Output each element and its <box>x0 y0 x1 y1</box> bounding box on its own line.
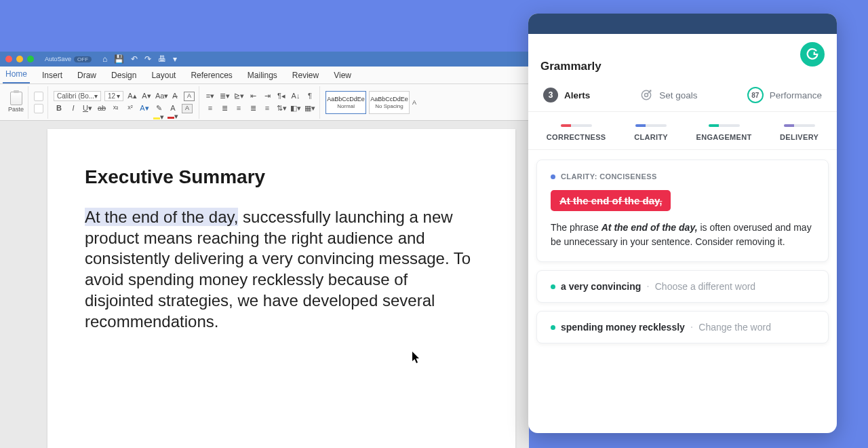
sort-icon[interactable]: A↓ <box>290 92 301 101</box>
suggestion-card[interactable]: a very convincing · Choose a different w… <box>536 270 829 303</box>
close-window-icon[interactable] <box>5 56 12 62</box>
bold-icon[interactable]: B <box>54 104 64 113</box>
qat-dropdown-icon[interactable]: ▾ <box>173 54 177 64</box>
autosave-toggle[interactable]: AutoSave OFF <box>45 56 92 62</box>
remove-phrase-chip[interactable]: At the end of the day, <box>551 190 671 211</box>
tab-design[interactable]: Design <box>108 67 139 83</box>
font-name-select[interactable]: Calibri (Bo...▾ <box>54 91 101 101</box>
autosave-state: OFF <box>74 56 92 62</box>
autosave-label: AutoSave <box>45 56 71 62</box>
style-normal[interactable]: AaBbCcDdEe Normal <box>326 91 366 114</box>
font-color-icon[interactable]: A▾ <box>167 104 178 113</box>
bullets-icon[interactable]: ≡▾ <box>205 92 216 101</box>
goals-label: Set goals <box>659 90 697 100</box>
cat-engagement[interactable]: ENGAGEMENT <box>696 124 752 141</box>
cat-delivery[interactable]: DELIVERY <box>780 124 818 141</box>
styles-group: AaBbCcDdEe Normal AaBbCcDdEe No Spacing … <box>321 86 420 119</box>
document-page[interactable]: Executive Summary At the end of the day,… <box>47 129 515 448</box>
align-right-icon[interactable]: ≡ <box>233 104 244 113</box>
numbering-icon[interactable]: ≣▾ <box>219 92 230 101</box>
multilevel-icon[interactable]: ⊵▾ <box>233 92 244 101</box>
borders-icon[interactable]: ▦▾ <box>304 104 315 113</box>
strike-icon[interactable]: ab <box>96 104 107 113</box>
style-no-spacing[interactable]: AaBbCcDdEe No Spacing <box>369 91 410 114</box>
outdent-icon[interactable]: ⇤ <box>248 92 258 101</box>
subscript-icon[interactable]: x₂ <box>111 104 121 113</box>
card-category-tag: CLARITY: CONCISENESS <box>551 172 814 181</box>
char-shading-icon[interactable]: A <box>182 104 193 113</box>
suggestion-card[interactable]: CLARITY: CONCISENESS At the end of the d… <box>536 160 829 262</box>
suggestion-hint: Choose a different word <box>655 281 755 292</box>
tab-view[interactable]: View <box>331 67 354 83</box>
tab-performance[interactable]: 87 Performance <box>747 87 822 103</box>
body-text: successfully launching a new product mea… <box>85 208 471 331</box>
ltr-icon[interactable]: ¶◂ <box>276 92 287 101</box>
justify-icon[interactable]: ≣ <box>248 104 258 113</box>
flagged-text: spending money recklessly <box>561 322 685 333</box>
tab-draw[interactable]: Draw <box>75 67 99 83</box>
save-icon[interactable]: 💾 <box>114 54 124 64</box>
tab-layout[interactable]: Layout <box>149 67 178 83</box>
svg-point-1 <box>645 94 648 97</box>
print-icon[interactable]: 🖶 <box>158 54 166 64</box>
cat-clarity[interactable]: CLARITY <box>634 124 668 141</box>
undo-icon[interactable]: ↶ <box>131 54 138 64</box>
copy-icon[interactable] <box>34 104 43 113</box>
paste-button[interactable]: Paste <box>8 92 24 113</box>
category-bar: CORRECTNESS CLARITY ENGAGEMENT DELIVERY <box>528 112 837 150</box>
suggestion-card[interactable]: spending money recklessly · Change the w… <box>536 311 829 343</box>
cut-icon[interactable] <box>34 92 43 101</box>
document-area: Executive Summary At the end of the day,… <box>0 121 529 448</box>
shrink-font-icon[interactable]: A▾ <box>141 92 152 101</box>
superscript-icon[interactable]: x² <box>125 104 136 113</box>
engagement-bar-icon <box>709 124 740 127</box>
tab-goals[interactable]: Set goals <box>639 87 697 103</box>
alerts-label: Alerts <box>564 90 590 100</box>
align-center-icon[interactable]: ≣ <box>219 104 230 113</box>
paragraph-group: ≡▾ ≣▾ ⊵▾ ⇤ ⇥ ¶◂ A↓ ¶ ≡ ≣ ≡ ≣ ≡ ⇅▾ ◧▾ ▦▾ <box>201 86 320 119</box>
engagement-dot-icon <box>551 284 555 289</box>
grammarly-panel: Grammarly 3 Alerts Set goals 87 Performa… <box>528 14 837 433</box>
ribbon: Paste Calibri (Bo...▾ 12▾ A▴ A▾ Aa▾ A̶ A… <box>0 84 529 121</box>
minimize-window-icon[interactable] <box>16 56 23 62</box>
maximize-window-icon[interactable] <box>27 56 34 62</box>
goals-icon <box>639 88 653 102</box>
font-group: Calibri (Bo...▾ 12▾ A▴ A▾ Aa▾ A̶ A B I U… <box>50 86 199 119</box>
redo-icon[interactable]: ↷ <box>144 54 151 64</box>
cat-correctness[interactable]: CORRECTNESS <box>547 124 606 141</box>
highlighted-text: At the end of the day, <box>85 208 238 226</box>
change-case-icon[interactable]: Aa▾ <box>155 92 166 101</box>
highlight-icon[interactable]: ✎▾ <box>153 104 164 113</box>
perf-score-badge: 87 <box>747 87 764 103</box>
clarity-bar-icon <box>635 124 667 127</box>
distribute-icon[interactable]: ≡ <box>262 104 273 113</box>
line-spacing-icon[interactable]: ⇅▾ <box>276 104 287 113</box>
text-effects-icon[interactable]: A▾ <box>139 104 150 113</box>
tab-mailings[interactable]: Mailings <box>245 67 280 83</box>
tab-alerts[interactable]: 3 Alerts <box>543 87 590 103</box>
align-left-icon[interactable]: ≡ <box>205 104 216 113</box>
italic-icon[interactable]: I <box>68 104 79 113</box>
tab-review[interactable]: Review <box>290 67 321 83</box>
tab-references[interactable]: References <box>188 67 235 83</box>
shading-icon[interactable]: ◧▾ <box>290 104 301 113</box>
font-size-select[interactable]: 12▾ <box>104 91 123 101</box>
clipboard-group: Paste <box>4 86 28 119</box>
styles-more-icon[interactable]: A <box>412 99 416 106</box>
doc-title: Executive Summary <box>85 166 478 188</box>
tab-home[interactable]: Home <box>3 66 30 83</box>
char-border-icon[interactable]: A <box>184 92 195 101</box>
flagged-text: a very convincing <box>561 281 641 292</box>
panel-title: Grammarly <box>540 60 825 73</box>
clear-format-icon[interactable]: A̶ <box>170 92 180 101</box>
card-explanation: The phrase At the end of the day, is oft… <box>551 221 814 249</box>
indent-icon[interactable]: ⇥ <box>262 92 273 101</box>
grow-font-icon[interactable]: A▴ <box>127 92 138 101</box>
show-marks-icon[interactable]: ¶ <box>304 92 315 101</box>
grammarly-logo-icon <box>800 42 825 67</box>
doc-body[interactable]: At the end of the day, successfully laun… <box>85 207 478 332</box>
home-icon[interactable]: ⌂ <box>102 54 107 64</box>
underline-icon[interactable]: U▾ <box>82 104 93 113</box>
tab-insert[interactable]: Insert <box>39 67 65 83</box>
paste-icon <box>10 92 22 105</box>
